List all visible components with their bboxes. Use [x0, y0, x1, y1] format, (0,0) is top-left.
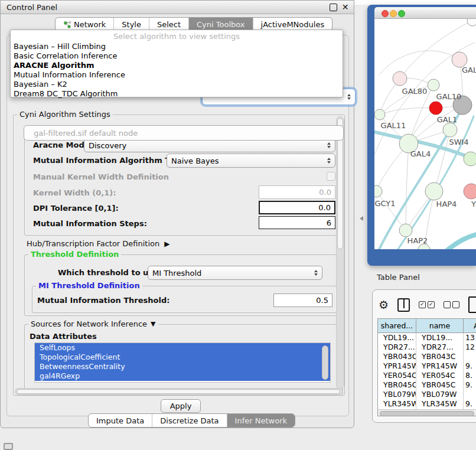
dpi-tolerance-label: DPI Tolerance [0,1]:: [33, 204, 119, 213]
node-unlabeled-top[interactable]: [467, 19, 476, 26]
table-horizontal-scrollbar[interactable]: [378, 409, 476, 416]
dpi-tolerance-input[interactable]: [259, 201, 335, 214]
tab-impute-data[interactable]: Impute Data: [89, 414, 152, 427]
node-label: GAL80: [402, 87, 428, 96]
table-row[interactable]: YPR145WYPR145W9.: [378, 361, 476, 371]
popup-item-aracne[interactable]: ARACNE Algorithm: [14, 61, 338, 70]
minimize-traffic-light-icon[interactable]: [390, 10, 397, 17]
table-row[interactable]: YBL079WYBL079W: [378, 390, 476, 399]
table-row[interactable]: YLR345WYLR345W9.: [378, 399, 476, 409]
split-columns-icon[interactable]: [397, 298, 410, 312]
export-table-icon[interactable]: [468, 296, 476, 313]
data-attributes-list[interactable]: SelfLoops TopologicalCoefficient Between…: [34, 343, 331, 383]
tab-cyni-toolbox[interactable]: Cyni Toolbox: [188, 18, 253, 31]
data-table-combobox[interactable]: gal-filtered.sif default node: [24, 125, 344, 141]
deselect-all-columns-icon[interactable]: [444, 301, 459, 308]
close-traffic-light-icon[interactable]: [382, 10, 389, 17]
settings-horizontal-scrollbar-thumb[interactable]: [17, 389, 340, 394]
mi-steps-label: Mutual Information Steps:: [33, 219, 147, 228]
node-hap2[interactable]: [399, 224, 412, 237]
list-scrollbar[interactable]: [322, 345, 328, 380]
table-row[interactable]: YDL19...YDL19...13: [378, 333, 476, 343]
gear-icon[interactable]: ⚙: [379, 298, 389, 311]
tab-select[interactable]: Select: [149, 18, 188, 31]
aracne-mode-value: Discovery: [89, 141, 126, 150]
node-gal11[interactable]: [374, 109, 385, 120]
combo-arrows-icon: [347, 94, 351, 100]
mi-type-combobox[interactable]: Naive Bayes: [167, 154, 335, 168]
select-all-columns-icon[interactable]: ✓ ✓: [419, 301, 435, 308]
settings-vertical-scrollbar[interactable]: [336, 116, 344, 389]
list-item[interactable]: TopologicalCoefficient: [35, 353, 330, 362]
table-panel-title: Table Panel: [377, 273, 420, 282]
popup-item-bayesian-k2[interactable]: Bayesian – K2: [14, 80, 338, 89]
settings-horizontal-scrollbar[interactable]: [15, 388, 343, 395]
network-graph: GAL GAL80 GAL10 GAL1 GAL11 SWI4 GAL4 GCY…: [374, 19, 476, 249]
column-header-partial[interactable]: A: [464, 319, 476, 332]
table-horizontal-scrollbar-thumb[interactable]: [380, 411, 474, 416]
node-gal80[interactable]: [393, 71, 407, 86]
node-label: HAP2: [407, 236, 428, 245]
node-red[interactable]: [429, 102, 442, 115]
cyni-algorithm-settings-title: Cyni Algorithm Settings: [17, 110, 113, 119]
mi-type-value: Naive Bayes: [171, 156, 219, 165]
float-window-icon[interactable]: [330, 4, 337, 11]
column-divider: [416, 333, 416, 416]
table-rows: YDL19...YDL19...13 YDR27...YDR27...12 YB…: [378, 333, 476, 416]
node-gal1[interactable]: [443, 123, 457, 137]
list-item[interactable]: BetweennessCentrality: [35, 362, 330, 371]
column-divider: [463, 333, 464, 416]
hub-expander[interactable]: Hub/Transcription Factor Definition ▶: [27, 239, 170, 248]
table-row[interactable]: YBR045CYBR045C9.: [378, 380, 476, 390]
minimized-panel-icon[interactable]: [4, 443, 13, 450]
threshold-definition-title: Threshold Definition: [28, 250, 121, 259]
which-threshold-combobox[interactable]: MI Threshold: [148, 266, 322, 280]
node-gal10[interactable]: [428, 79, 439, 91]
column-header-name[interactable]: name: [416, 319, 464, 332]
node-salmon[interactable]: [464, 184, 476, 199]
popup-item-basic-correlation[interactable]: Basic Correlation Inference: [14, 51, 338, 61]
tab-jactivemnodules[interactable]: jActiveMNodules: [253, 18, 332, 31]
which-threshold-value: MI Threshold: [152, 269, 201, 278]
chevron-down-icon: ▼: [151, 320, 155, 328]
node-gcy1[interactable]: [374, 185, 382, 197]
list-item[interactable]: gal4RGexp: [35, 371, 330, 381]
node-label: HAP4: [436, 200, 457, 208]
network-canvas[interactable]: GAL GAL80 GAL10 GAL1 GAL11 SWI4 GAL4 GCY…: [374, 19, 476, 249]
network-view-window[interactable]: GAL GAL80 GAL10 GAL1 GAL11 SWI4 GAL4 GCY…: [367, 5, 476, 266]
popup-item-mutual-information[interactable]: Mutual Information Inference: [14, 70, 338, 80]
popup-item-bayesian-hill-climbing[interactable]: Bayesian – Hill Climbing: [14, 42, 338, 51]
kernel-width-label: Kernel Width (0,1):: [33, 188, 116, 197]
tab-discretize-data[interactable]: Discretize Data: [152, 414, 226, 427]
sources-expander[interactable]: Sources for Network Inference ▼: [28, 319, 158, 328]
which-threshold-label: Which threshold to use:: [58, 268, 161, 277]
list-item[interactable]: SelfLoops: [35, 343, 330, 353]
algorithm-definition-group: Algorithm Definition Aracne Mode: Discov…: [24, 131, 343, 236]
apply-button[interactable]: Apply: [161, 399, 201, 413]
node-label: GAL10: [436, 92, 462, 101]
control-panel-title: Control Panel: [6, 3, 57, 12]
popup-item-dream8[interactable]: Dream8 DC_TDC Algorithm: [14, 89, 338, 99]
tab-style[interactable]: Style: [113, 18, 149, 31]
table-row[interactable]: YER054CYER054C8.: [378, 371, 476, 380]
node-label: GCY1: [374, 199, 395, 208]
mi-threshold-input[interactable]: [273, 294, 332, 307]
kernel-width-input: [259, 185, 335, 199]
mi-steps-input[interactable]: [259, 216, 335, 229]
splitter-collapse-icon[interactable]: [360, 216, 363, 221]
table-panel-card: ⚙ ✓ ✓ shared... name A YDL19...YDL19...1…: [372, 289, 476, 423]
table-row[interactable]: YDR27...YDR27...12: [378, 343, 476, 352]
node-swi4[interactable]: [464, 152, 476, 166]
tab-network[interactable]: Network: [56, 18, 113, 31]
chevron-right-icon: ▶: [164, 240, 169, 248]
node-hap4[interactable]: [425, 182, 443, 200]
mi-threshold-definition-title: MI Threshold Definition: [36, 281, 142, 290]
zoom-traffic-light-icon[interactable]: [398, 10, 405, 17]
network-window-titlebar: [374, 7, 476, 19]
column-header-shared-name[interactable]: shared...: [378, 319, 416, 332]
table-row[interactable]: YBR043CYBR043C: [378, 352, 476, 361]
close-icon[interactable]: ✕: [341, 4, 349, 11]
control-panel-titlebar: Control Panel ✕: [1, 1, 354, 14]
tab-infer-network[interactable]: Infer Network: [227, 414, 295, 427]
mi-type-label: Mutual Information Algorithm Type:: [33, 156, 188, 165]
